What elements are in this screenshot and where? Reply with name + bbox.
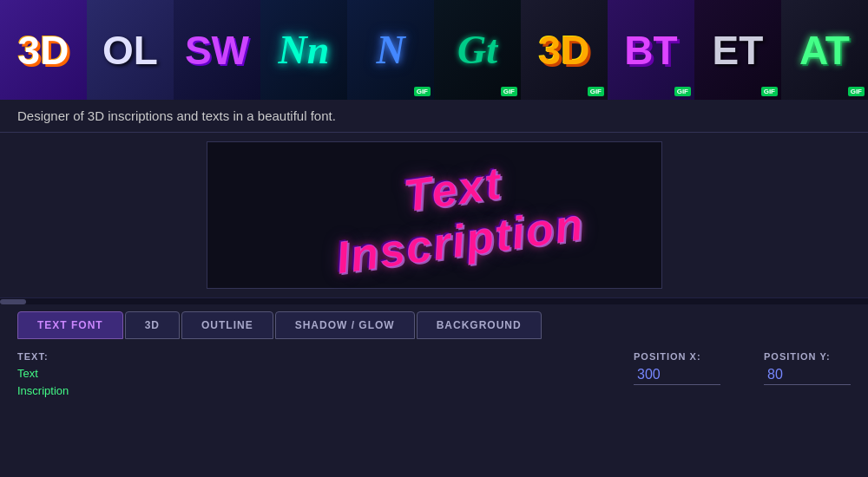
tab-3d[interactable]: 3D (125, 311, 180, 339)
style-tile-4[interactable]: NGIF (347, 0, 434, 100)
tile-label-1: OL (102, 30, 158, 70)
description-text: Designer of 3D inscriptions and texts in… (17, 108, 336, 123)
tile-label-2: SW (185, 30, 249, 70)
tile-label-7: BT (624, 30, 677, 70)
description-bar: Designer of 3D inscriptions and texts in… (0, 100, 868, 133)
tile-label-4: N (376, 30, 404, 70)
tile-gif-badge-8: GIF (761, 87, 778, 96)
tile-label-6: 3D (539, 30, 590, 70)
style-tile-9[interactable]: ATGIF (781, 0, 868, 100)
tile-gif-badge-7: GIF (674, 87, 691, 96)
tile-gif-badge-6: GIF (588, 87, 604, 96)
tile-label-9: AT (799, 30, 850, 70)
style-gallery: 3DOLSWNnNGIFGtGIF3DGIFBTGIFETGIFATGIF (0, 0, 868, 100)
position-y-group: POSITION Y: (764, 351, 851, 385)
tab-outline[interactable]: OUTLINE (181, 311, 273, 339)
text-value-line2: Inscription (17, 384, 69, 397)
tabs-bar: TEXT FONT3DOUTLINESHADOW / GLOWBACKGROUN… (0, 304, 868, 339)
style-tile-3[interactable]: Nn (260, 0, 347, 100)
tab-text-font[interactable]: TEXT FONT (17, 311, 123, 339)
horizontal-scrollbar[interactable] (0, 297, 868, 304)
canvas-wrapper: Text Inscription (0, 133, 868, 297)
tile-gif-badge-5: GIF (501, 87, 517, 96)
style-tile-7[interactable]: BTGIF (608, 0, 694, 100)
position-x-group: POSITION X: (634, 351, 720, 385)
position-x-input[interactable] (634, 365, 720, 385)
text-value-line1: Text (17, 367, 38, 380)
tile-label-0: 3D (18, 30, 69, 70)
text-label: TEXT: (17, 351, 69, 362)
tile-label-8: ET (713, 30, 764, 70)
style-tile-2[interactable]: SW (174, 0, 260, 100)
scroll-thumb[interactable] (0, 299, 26, 304)
tile-label-3: Nn (279, 30, 330, 70)
text-value: Text Inscription (17, 365, 69, 399)
style-tile-0[interactable]: 3D (0, 0, 87, 100)
tile-gif-badge-9: GIF (848, 87, 865, 96)
style-tile-8[interactable]: ETGIF (694, 0, 781, 100)
controls-area: TEXT: Text Inscription POSITION X: POSIT… (0, 339, 868, 411)
style-tile-6[interactable]: 3DGIF (521, 0, 608, 100)
style-tile-5[interactable]: GtGIF (434, 0, 521, 100)
tab-shadow-glow[interactable]: SHADOW / GLOW (275, 311, 415, 339)
tile-label-5: Gt (457, 30, 497, 70)
position-x-label: POSITION X: (634, 351, 720, 362)
position-y-input[interactable] (764, 365, 851, 385)
style-tile-1[interactable]: OL (87, 0, 174, 100)
preview-text-container: Text Inscription (326, 147, 588, 284)
position-controls: POSITION X: POSITION Y: (634, 351, 851, 385)
preview-canvas: Text Inscription (207, 141, 662, 289)
tile-gif-badge-4: GIF (414, 87, 431, 96)
text-control-group: TEXT: Text Inscription (17, 351, 69, 399)
tab-background[interactable]: BACKGROUND (417, 311, 542, 339)
position-y-label: POSITION Y: (764, 351, 851, 362)
